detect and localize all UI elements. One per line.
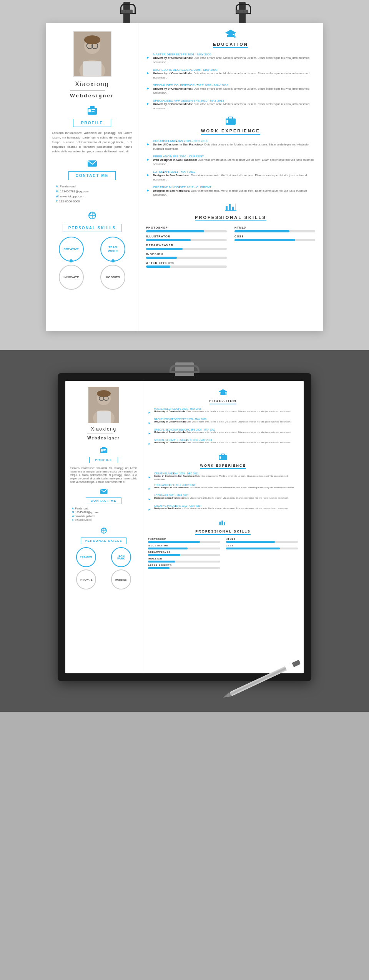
work-bullet-3: ► <box>146 173 150 177</box>
edu-bullet-icon-4: ► <box>146 102 150 106</box>
edu-item-3: ► SPECIALISED COURSEWORK/SPE 2008 - MAY … <box>146 83 315 95</box>
contact-icon <box>88 160 97 169</box>
cb-name-divider <box>87 434 113 434</box>
cb-education-icon <box>219 389 227 397</box>
cb-skill-css3-label: CSS3 <box>226 544 298 547</box>
edu-item-4: ► SPECIALISED APP DESIGN/SPE 2010 - MAY … <box>146 99 315 110</box>
skill-html5-fill <box>234 230 289 232</box>
cb-contact-list: A. Panda road. M. 123456789@qq.com W. ww… <box>70 507 137 523</box>
work-icon <box>226 116 236 127</box>
person-title: Webdesigner <box>70 93 114 99</box>
svg-point-35 <box>97 390 111 397</box>
cb-skill-css3: CSS3 <box>226 544 298 549</box>
cb-skill-indesign-bar <box>148 561 220 563</box>
cb-prof-skills-section: PROFESSIONAL SKILLS PHOTOSHOP HTML5 <box>148 516 298 569</box>
edu-bullet-icon: ► <box>146 55 150 60</box>
edu-content-3: SPECIALISED COURSEWORK/SPE 2008 - MAY 20… <box>153 83 315 95</box>
cb-skill-aftereffects-fill <box>148 567 170 569</box>
svg-rect-24 <box>226 206 228 210</box>
work-degree-4: CREATIVE MINDS/SPE 2012 - CURRENT <box>153 185 315 189</box>
work-section-header: WORK EXPERIENCE <box>146 116 315 135</box>
cb-work-content-4: CREATIVE MINDS/SPE 2012 - CURRENT Design… <box>154 504 298 512</box>
svg-point-49 <box>226 394 227 395</box>
svg-rect-53 <box>219 521 221 525</box>
cb-work-1: ► CREATIVELAND/JAN 2009 - DEC 2011 Senio… <box>148 472 298 481</box>
svg-rect-22 <box>229 117 233 119</box>
work-item-1: ► CREATIVELAND/JAN 2009 - DEC 2011 Senio… <box>146 139 315 151</box>
cb-skill-illustrator-fill <box>148 548 188 549</box>
contact-list: A. Panda road. M. 123456789@qq.com W. ww… <box>52 185 132 205</box>
cb-profile-text: Esistono innumerevo: variazioni dei pass… <box>70 466 137 484</box>
cb-edu-detail-2: University of Creative Minds: Duis vitae… <box>154 421 298 424</box>
svg-marker-46 <box>219 389 227 394</box>
clipboard-clip-arc <box>170 365 199 373</box>
cb-skill-dreamweaver: DREAMWEAVER <box>148 551 220 556</box>
right-column: EDUCATION ► MASTER DEGREE/SPE 2001 - MAY… <box>138 23 323 331</box>
cb-skill-dreamweaver-label: DREAMWEAVER <box>148 551 220 553</box>
svg-rect-41 <box>103 451 105 451</box>
skill-css3: CSS3 <box>234 235 315 241</box>
cb-edu-content-3: SPECIALISED COURSEWORK/SPE 2008 - MAY 20… <box>154 428 298 436</box>
work-title: WORK EXPERIENCE <box>201 129 260 135</box>
svg-rect-40 <box>103 449 106 450</box>
skill-css3-label: CSS3 <box>234 235 315 238</box>
prof-skills-grid: PHOTOSHOP HTML5 ILLUSTRATOR <box>146 226 315 268</box>
cb-work-bullet-4: ► <box>148 508 151 511</box>
cb-contact-address: A. Panda road. <box>72 507 135 510</box>
cb-edu-content-4: SPECIALISED APP DESIGN/SPE 2010 - MAY 20… <box>154 439 298 446</box>
profile-icon <box>87 105 98 117</box>
work-degree-1: CREATIVELAND/JAN 2009 - DEC 2011 <box>153 139 315 143</box>
edu-bullet-icon-3: ► <box>146 86 150 90</box>
cb-work-detail-1: Senior UI Designer in San Francisco: Dui… <box>154 475 298 481</box>
skill-indesign-label: INDESIGN <box>146 252 227 256</box>
cb-work-content-1: CREATIVELAND/JAN 2009 - DEC 2011 Senior … <box>154 472 298 481</box>
cb-profile-button[interactable]: PROFILE <box>89 457 118 463</box>
cb-work-3: ► LOTUS/APR 2011 - MAR 2012 Designer in … <box>148 494 298 502</box>
work-content-1: CREATIVELAND/JAN 2009 - DEC 2011 Senior … <box>153 139 315 151</box>
contact-me-button[interactable]: CONTACT ME <box>68 171 116 180</box>
cb-work-detail-4: Designer in San Francisco: Duis vitae or… <box>154 507 298 510</box>
edu-degree-4: SPECIALISED APP DESIGN/SPE 2010 - MAY 20… <box>153 99 315 102</box>
cb-skill-indesign-label: INDESIGN <box>148 558 220 560</box>
skill-css3-fill <box>234 239 295 241</box>
edu-degree-2: BACHELORS DEGREE/SPE 2005 - MAY 2008 <box>153 68 315 72</box>
cb-left-column: Xiaoxiong Webdesigner PROFILE Esistono i… <box>65 381 142 673</box>
work-content-3: LOTUS/APR 2011 - MAR 2012 Designer in Sa… <box>153 170 315 182</box>
edu-item-2: ► BACHELORS DEGREE/SPE 2005 - MAY 2008 U… <box>146 68 315 80</box>
skill-dreamweaver: DREAMWEAVER <box>146 244 227 250</box>
cb-skill-illustrator-label: ILLUSTRATOR <box>148 544 220 547</box>
svg-rect-19 <box>234 33 235 37</box>
cb-personal-skills-button[interactable]: PERSONAL SKILLS <box>81 538 126 544</box>
cb-edu-content-1: MASTER DEGREE/SPE 2001 - MAY 2005 Univer… <box>154 407 298 415</box>
cb-skill-css3-bar <box>226 548 298 549</box>
cb-edu-detail-1: University of Creative Minds: Duis vitae… <box>154 410 298 413</box>
cb-skill-css3-fill <box>226 548 280 549</box>
cb-work-title: WORK EXPERIENCE <box>200 464 246 469</box>
cb-edu-degree-4: SPECIALISED APP DESIGN/SPE 2010 - MAY 20… <box>154 439 298 441</box>
cb-edu-3: ► SPECIALISED COURSEWORK/SPE 2008 - MAY … <box>148 428 298 436</box>
work-item-4: ► CREATIVE MINDS/SPE 2012 - CURRENT Desi… <box>146 185 315 197</box>
cb-edu-2: ► BACHELORS DEGREE/SPE 2005 - MAY 2008 U… <box>148 418 298 426</box>
cb-contact-email: M. 123456789@qq.com <box>72 511 135 514</box>
skill-photoshop-label: PHOTOSHOP <box>146 226 227 229</box>
cb-contact-me-button[interactable]: CONTACT ME <box>86 498 122 504</box>
edu-content-4: SPECIALISED APP DESIGN/SPE 2010 - MAY 20… <box>153 99 315 110</box>
profile-button[interactable]: PROFILE <box>73 119 111 127</box>
cb-edu-1: ► MASTER DEGREE/SPE 2001 - MAY 2005 Univ… <box>148 407 298 415</box>
cb-skill-empty <box>226 551 298 556</box>
education-icon <box>225 29 236 40</box>
skill-photoshop-bar <box>146 230 227 232</box>
profile-text: Esistono innumerevo: variazioni dei pass… <box>52 131 132 154</box>
cb-skill-dreamweaver-bar <box>148 554 220 556</box>
personal-skills-button[interactable]: PERSONAL SKILLS <box>63 224 122 232</box>
cb-edu-bullet-2: ► <box>148 421 151 425</box>
cb-skill-empty2 <box>226 558 298 563</box>
binder-clips <box>46 2 323 23</box>
work-detail-2: Web Designer in San Francisco: Duis vita… <box>153 158 315 166</box>
top-section: Xiaoxiong Webdesigner PROFILE Esistono i… <box>0 0 369 350</box>
skill-hobbies: HOBBIES <box>100 265 125 290</box>
cb-edu-bullet-1: ► <box>148 411 151 414</box>
skill-aftereffects-fill <box>146 265 170 268</box>
cb-prof-skills-header: PROFESSIONAL SKILLS <box>148 516 298 535</box>
cb-skill-photoshop-bar <box>148 541 220 543</box>
